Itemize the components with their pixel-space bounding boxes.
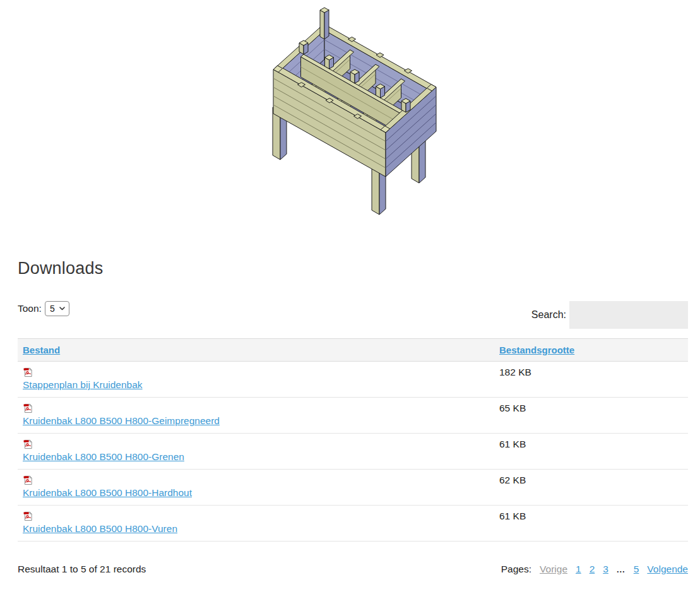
show-entries-label: Toon:	[18, 303, 42, 314]
search-group: Search:	[531, 301, 688, 329]
pagination-page-3-link[interactable]: 3	[603, 564, 608, 575]
file-cell: Kruidenbak L800 B500 H800-Hardhout	[18, 470, 494, 506]
pagination: Pages: Vorige 1 2 3 ... 5 Volgende	[501, 564, 688, 575]
file-link[interactable]: Kruidenbak L800 B500 H800-Vuren	[23, 523, 177, 535]
size-cell: 65 KB	[494, 398, 688, 434]
file-cell: Stappenplan bij Kruidenbak	[18, 362, 494, 398]
pdf-icon	[23, 367, 33, 377]
file-cell: Kruidenbak L800 B500 H800-Vuren	[18, 506, 494, 542]
column-header-bestand: Bestand	[18, 339, 494, 362]
results-summary: Resultaat 1 to 5 of 21 records	[18, 564, 146, 575]
table-row: Stappenplan bij Kruidenbak 182 KB	[18, 362, 688, 398]
downloads-table: Bestand Bestandsgrootte Stappenplan bij …	[18, 338, 688, 542]
table-row: Kruidenbak L800 B500 H800-Vuren 61 KB	[18, 506, 688, 542]
pagination-page-2-link[interactable]: 2	[590, 564, 595, 575]
pages-label: Pages:	[501, 564, 531, 575]
table-row: Kruidenbak L800 B500 H800-Geimpregneerd …	[18, 398, 688, 434]
file-link[interactable]: Stappenplan bij Kruidenbak	[23, 379, 143, 391]
pagination-page-1-link[interactable]: 1	[576, 564, 581, 575]
table-row: Kruidenbak L800 B500 H800-Grenen 61 KB	[18, 434, 688, 470]
size-cell: 182 KB	[494, 362, 688, 398]
planter-3d-illustration	[265, 5, 448, 220]
pagination-ellipsis: ...	[617, 565, 626, 574]
pdf-icon	[23, 475, 33, 485]
table-header-row: Bestand Bestandsgrootte	[18, 339, 688, 362]
size-cell: 62 KB	[494, 470, 688, 506]
column-header-bestandsgrootte: Bestandsgrootte	[494, 339, 688, 362]
pagination-page-5-link[interactable]: 5	[634, 564, 639, 575]
search-label: Search:	[531, 309, 566, 321]
show-entries-value: 5	[50, 304, 55, 314]
file-cell: Kruidenbak L800 B500 H800-Geimpregneerd	[18, 398, 494, 434]
pagination-prev-link[interactable]: Vorige	[540, 564, 567, 575]
pdf-icon	[23, 403, 33, 413]
downloads-page: { "illustration": { "label": "Kruidenbak…	[0, 0, 700, 592]
chevron-down-icon	[59, 307, 65, 311]
show-entries-group: Toon: 5	[18, 301, 69, 316]
file-link[interactable]: Kruidenbak L800 B500 H800-Geimpregneerd	[23, 415, 220, 427]
show-entries-select[interactable]: 5	[45, 301, 69, 316]
search-input[interactable]	[569, 301, 688, 329]
sort-bestandsgrootte-link[interactable]: Bestandsgrootte	[499, 345, 574, 355]
page-title: Downloads	[18, 259, 103, 278]
table-row: Kruidenbak L800 B500 H800-Hardhout 62 KB	[18, 470, 688, 506]
pdf-icon	[23, 511, 33, 521]
pdf-icon	[23, 439, 33, 449]
file-cell: Kruidenbak L800 B500 H800-Grenen	[18, 434, 494, 470]
table-footer: Resultaat 1 to 5 of 21 records Pages: Vo…	[18, 564, 688, 575]
size-cell: 61 KB	[494, 506, 688, 542]
file-link[interactable]: Kruidenbak L800 B500 H800-Hardhout	[23, 487, 192, 499]
size-cell: 61 KB	[494, 434, 688, 470]
file-link[interactable]: Kruidenbak L800 B500 H800-Grenen	[23, 451, 184, 463]
pagination-next-link[interactable]: Volgende	[647, 564, 688, 575]
sort-bestand-link[interactable]: Bestand	[23, 345, 60, 355]
